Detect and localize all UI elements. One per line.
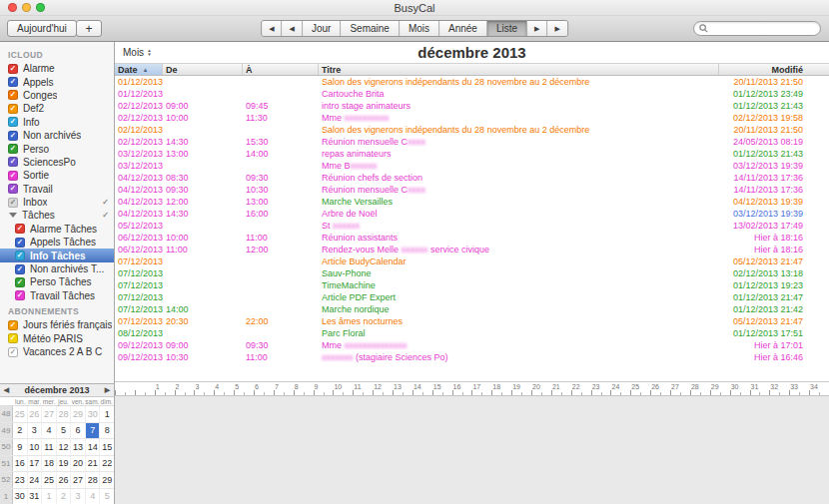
calendar-checkbox[interactable]: ✓	[15, 238, 25, 248]
event-row[interactable]: 03/12/201313:0014:00repas animateurs01/1…	[115, 148, 829, 160]
sidebar-item-non-archives-t[interactable]: ✓Non archivés T...	[0, 262, 114, 275]
sidebar-item-appels[interactable]: ✓Appels	[0, 75, 114, 88]
nav-next-button[interactable]: ▶	[547, 21, 566, 36]
calendar-checkbox[interactable]: ✓	[8, 90, 18, 100]
sidebar-item-travail-taches[interactable]: ✓Travail Tâches	[0, 289, 114, 302]
minical-day[interactable]: 20	[71, 456, 86, 472]
minimize-button[interactable]	[22, 3, 31, 12]
minical-day[interactable]: 14	[86, 439, 101, 455]
sidebar-item-inbox[interactable]: ✓Inbox✓	[0, 196, 114, 209]
minical-next-icon[interactable]: ▶	[101, 386, 114, 394]
minical-day[interactable]: 19	[57, 456, 72, 472]
search-input[interactable]	[711, 24, 815, 34]
minical-day[interactable]: 1	[100, 406, 114, 422]
disclosure-triangle-icon[interactable]	[9, 213, 17, 218]
calendar-checkbox[interactable]: ✓	[8, 198, 18, 208]
tab-annee[interactable]: Année	[439, 21, 487, 36]
calendar-checkbox[interactable]: ✓	[8, 333, 18, 343]
close-button[interactable]	[8, 3, 17, 12]
calendar-checkbox[interactable]: ✓	[15, 264, 25, 274]
zoom-button[interactable]	[36, 3, 45, 12]
nav-prev-button[interactable]: ◀	[262, 21, 282, 36]
event-row[interactable]: 06/12/201310:0011:00Réunion assistantsHi…	[115, 232, 829, 244]
column-header-modifie[interactable]: Modifié	[719, 64, 829, 75]
minical-day[interactable]: 28	[86, 472, 101, 488]
minical-day[interactable]: 5	[100, 489, 114, 504]
event-row[interactable]: 04/12/201309:3010:30Réunion mensuelle Cx…	[115, 184, 829, 196]
sidebar-item-meteo-paris[interactable]: ✓Météo PARIS	[0, 331, 114, 344]
minical-day[interactable]: 7	[86, 423, 101, 439]
calendar-checkbox[interactable]: ✓	[8, 131, 18, 141]
event-row[interactable]: 06/12/201311:0012:00Rendez-vous Melle xx…	[115, 244, 829, 255]
calendar-checkbox[interactable]: ✓	[8, 320, 18, 330]
minical-day[interactable]: 1	[42, 489, 57, 504]
minical-day[interactable]: 2	[57, 489, 72, 504]
nav-next-button[interactable]: ▶	[527, 21, 547, 36]
calendar-checkbox[interactable]: ✓	[8, 104, 18, 114]
minical-day[interactable]: 22	[100, 456, 114, 472]
minical-day[interactable]: 18	[42, 456, 57, 472]
calendar-checkbox[interactable]: ✓	[15, 251, 25, 260]
search-field[interactable]	[693, 21, 821, 36]
minical-day[interactable]: 26	[57, 472, 72, 488]
minical-day[interactable]: 30	[13, 489, 28, 504]
minical-day[interactable]: 9	[13, 439, 28, 455]
column-header-date[interactable]: Date▲	[115, 64, 163, 75]
event-row[interactable]: 01/12/2013Salon des vignerons indépendan…	[115, 76, 829, 88]
sidebar-item-non-archives[interactable]: ✓Non archivés	[0, 129, 114, 142]
sidebar-item-appels-taches[interactable]: ✓Appels Tâches	[0, 236, 114, 249]
sidebar-item-def2[interactable]: ✓Def2	[0, 102, 114, 115]
sidebar-item-alarme-taches[interactable]: ✓Alarme Tâches	[0, 223, 114, 236]
minical-day[interactable]: 26	[28, 406, 43, 422]
sidebar-item-perso[interactable]: ✓Perso	[0, 142, 114, 155]
sidebar-item-jours-feries-francais[interactable]: ✓Jours fériés français	[0, 318, 114, 331]
event-row[interactable]: 09/12/201310:3011:00xxxxxxx (stagiaire S…	[115, 351, 829, 363]
event-row[interactable]: 01/12/2013Cartouche Brita01/12/2013 23:4…	[115, 88, 829, 100]
event-row[interactable]: 07/12/201320:3022:00Les âmes nocturnes05…	[115, 315, 829, 327]
minical-day[interactable]: 23	[13, 472, 28, 488]
event-row[interactable]: 04/12/201312:0013:00Marche Versailles04/…	[115, 196, 829, 208]
event-row[interactable]: 07/12/2013Article BudyCalendar05/12/2013…	[115, 255, 829, 267]
sidebar-item-conges[interactable]: ✓Conges	[0, 89, 114, 102]
sidebar-item-sortie[interactable]: ✓Sortie	[0, 169, 114, 182]
minical-day[interactable]: 3	[28, 423, 43, 439]
sidebar-item-perso-taches[interactable]: ✓Perso Tâches	[0, 275, 114, 288]
minical-day[interactable]: 30	[86, 406, 101, 422]
minical-day[interactable]: 31	[28, 489, 43, 504]
calendar-checkbox[interactable]: ✓	[15, 277, 25, 287]
minical-day[interactable]: 21	[86, 456, 101, 472]
calendar-checkbox[interactable]: ✓	[8, 347, 18, 357]
tab-semaine[interactable]: Semaine	[341, 21, 399, 36]
minical-day[interactable]: 27	[71, 472, 86, 488]
event-row[interactable]: 04/12/201314:3016:00Arbre de Noël03/12/2…	[115, 208, 829, 220]
minical-day[interactable]: 8	[100, 423, 114, 439]
event-row[interactable]: 02/12/201310:0011:30Mme xxxxxxxxxx02/12/…	[115, 112, 829, 124]
range-popup-button[interactable]: Mois ▲ ▼	[123, 47, 152, 58]
minical-day[interactable]: 13	[71, 439, 86, 455]
column-header-de[interactable]: De	[163, 64, 243, 75]
minical-day[interactable]: 25	[13, 406, 28, 422]
minical-day[interactable]: 16	[13, 456, 28, 472]
sidebar-item-taches[interactable]: Tâches✓	[0, 209, 114, 222]
calendar-checkbox[interactable]: ✓	[8, 171, 18, 181]
minical-day[interactable]: 4	[42, 423, 57, 439]
minical-day[interactable]: 29	[100, 472, 114, 488]
minical-day[interactable]: 29	[71, 406, 86, 422]
minical-day[interactable]: 4	[86, 489, 101, 504]
event-row[interactable]: 07/12/201314:00Marche nordique01/12/2013…	[115, 303, 829, 315]
event-row[interactable]: 07/12/2013Article PDF Expert01/12/2013 2…	[115, 291, 829, 303]
tab-mois[interactable]: Mois	[400, 21, 439, 36]
sidebar-item-sciencespo[interactable]: ✓SciencesPo	[0, 156, 114, 169]
calendar-checkbox[interactable]: ✓	[15, 224, 25, 234]
calendar-checkbox[interactable]: ✓	[8, 64, 18, 74]
sidebar-item-vacances-2-a-b-c[interactable]: ✓Vacances 2 A B C	[0, 345, 114, 358]
minical-day[interactable]: 3	[71, 489, 86, 504]
today-button[interactable]: Aujourd'hui	[7, 20, 77, 37]
event-row[interactable]: 02/12/2013Salon des vignerons indépendan…	[115, 124, 829, 136]
sidebar-item-alarme[interactable]: ✓Alarme	[0, 62, 114, 75]
calendar-checkbox[interactable]: ✓	[8, 144, 18, 154]
minical-day[interactable]: 5	[57, 423, 72, 439]
event-row[interactable]: 03/12/2013Mme Bxxxxxx03/12/2013 19:39	[115, 160, 829, 172]
minical-day[interactable]: 28	[57, 406, 72, 422]
minical-day[interactable]: 27	[42, 406, 57, 422]
